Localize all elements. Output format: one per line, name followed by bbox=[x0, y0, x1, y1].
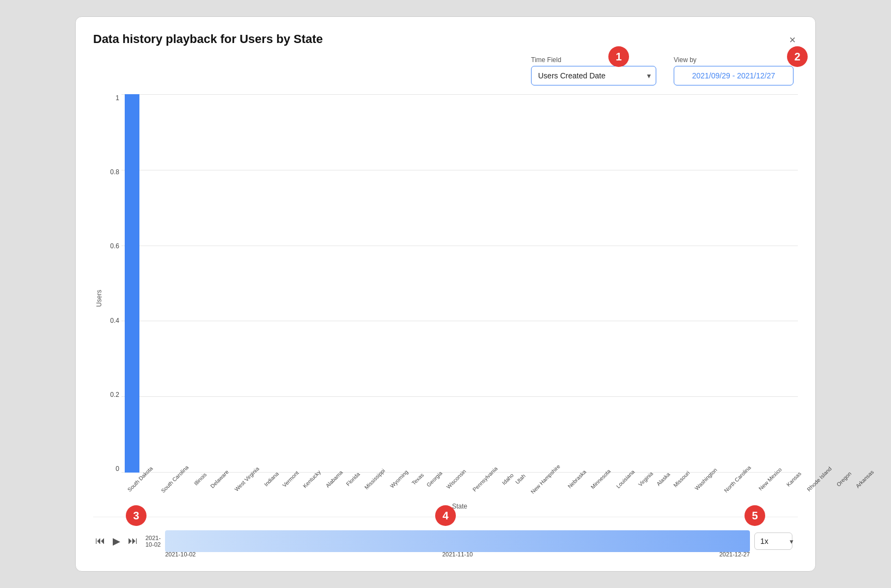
x-tick: Missouri bbox=[669, 475, 689, 483]
time-field-control: Time Field Users Created Date Users Upda… bbox=[531, 56, 656, 85]
time-field-label: Time Field bbox=[531, 56, 562, 64]
bar-col bbox=[333, 94, 354, 473]
bar-col bbox=[375, 94, 396, 473]
badge-5: 5 bbox=[744, 505, 765, 526]
bar-col bbox=[713, 94, 735, 473]
playback-controls: ⏮ ▶ ⏭ 2021- 10-02 bbox=[93, 533, 161, 549]
current-date-label: 2021- 10-02 bbox=[145, 535, 161, 548]
badge-4: 4 bbox=[435, 505, 456, 526]
bar-col bbox=[671, 94, 692, 473]
bar-col bbox=[481, 94, 502, 473]
x-tick: Mississippi bbox=[359, 475, 386, 483]
chart-plot-area: South DakotaSouth CarolinaIllinoisDelawa… bbox=[121, 94, 798, 503]
time-field-select-wrapper[interactable]: Users Created Date Users Updated Date bbox=[531, 66, 656, 85]
x-tick: Idaho bbox=[499, 475, 512, 483]
bar-col bbox=[523, 94, 544, 473]
timeline-date-mid: 2021-11-10 bbox=[442, 551, 473, 558]
y-axis-ticks: 1 0.8 0.6 0.4 0.2 0 bbox=[105, 94, 121, 503]
speed-select-wrapper[interactable]: 1x 2x 4x 0.5x bbox=[754, 532, 798, 550]
time-field-select[interactable]: Users Created Date Users Updated Date bbox=[531, 66, 656, 85]
x-tick: North Carolina bbox=[718, 475, 753, 483]
x-tick: Virginia bbox=[634, 475, 652, 483]
x-tick: Alabama bbox=[321, 475, 343, 483]
bar-col bbox=[735, 94, 756, 473]
x-tick: Rhode Island bbox=[801, 475, 833, 483]
timeline-date-end: 2021-12-27 bbox=[719, 551, 750, 558]
play-button[interactable]: ▶ bbox=[111, 533, 123, 549]
bar-col bbox=[587, 94, 608, 473]
view-by-label: View by bbox=[674, 56, 697, 64]
bar-col bbox=[438, 94, 460, 473]
x-tick: Wyoming bbox=[386, 475, 408, 483]
rewind-start-button[interactable]: ⏮ bbox=[93, 533, 107, 549]
bar-col bbox=[312, 94, 333, 473]
x-axis-labels: South DakotaSouth CarolinaIllinoisDelawa… bbox=[121, 473, 798, 503]
y-axis-label: Users bbox=[95, 290, 103, 307]
bar-col bbox=[650, 94, 671, 473]
modal-container: Data history playback for Users by State… bbox=[75, 16, 816, 572]
x-tick: Georgia bbox=[423, 475, 442, 483]
x-tick: Washington bbox=[689, 475, 718, 483]
bar-col bbox=[755, 94, 777, 473]
x-tick: South Dakota bbox=[121, 475, 155, 483]
x-tick: Kansas bbox=[783, 475, 801, 483]
x-tick: Vermont bbox=[278, 475, 298, 483]
bar bbox=[125, 94, 139, 473]
x-tick: South Carolina bbox=[155, 475, 191, 483]
close-button[interactable]: × bbox=[787, 32, 798, 47]
bar-col bbox=[121, 94, 143, 473]
timeline-track bbox=[165, 530, 750, 552]
x-tick: Delaware bbox=[206, 475, 229, 483]
view-by-control: View by 2021/09/29 - 2021/12/27 bbox=[674, 56, 794, 85]
x-tick: Minnesota bbox=[586, 475, 611, 483]
bar-col bbox=[270, 94, 291, 473]
bar-col bbox=[396, 94, 418, 473]
x-tick: Pennsylvania bbox=[467, 475, 499, 483]
modal-header: Data history playback for Users by State… bbox=[93, 32, 798, 47]
chart-container: Users 1 0.8 0.6 0.4 0.2 0 bbox=[93, 94, 798, 512]
bar-col bbox=[692, 94, 713, 473]
x-tick: New Mexico bbox=[753, 475, 783, 483]
bar-col bbox=[248, 94, 270, 473]
x-tick: Florida bbox=[343, 475, 359, 483]
x-tick: Texas bbox=[408, 475, 423, 483]
x-tick: Arkansas bbox=[851, 475, 874, 483]
playback-area: 3 4 5 ⏮ ▶ ⏭ 2021- 10-02 2021-10-02 2021-… bbox=[93, 517, 798, 560]
bar-col bbox=[777, 94, 798, 473]
x-tick: Oregon bbox=[833, 475, 851, 483]
bar-col bbox=[565, 94, 587, 473]
bar-col bbox=[227, 94, 248, 473]
bar-col bbox=[544, 94, 565, 473]
bar-col bbox=[143, 94, 164, 473]
bar-col bbox=[608, 94, 629, 473]
x-axis-title: State bbox=[121, 503, 798, 512]
x-tick: Nebraska bbox=[563, 475, 587, 483]
bar-col bbox=[206, 94, 227, 473]
x-tick: Louisiana bbox=[612, 475, 635, 483]
badge-2: 2 bbox=[787, 46, 808, 67]
x-tick: West Virginia bbox=[229, 475, 261, 483]
modal-title: Data history playback for Users by State bbox=[93, 32, 323, 46]
bar-col bbox=[354, 94, 375, 473]
badge-3: 3 bbox=[126, 505, 147, 526]
bar-col bbox=[291, 94, 312, 473]
bar-col bbox=[417, 94, 438, 473]
bar-col bbox=[185, 94, 206, 473]
x-tick: Indiana bbox=[260, 475, 278, 483]
x-tick: Illinois bbox=[191, 475, 206, 483]
badge-1: 1 bbox=[608, 46, 629, 67]
bars-container bbox=[121, 94, 798, 473]
speed-select[interactable]: 1x 2x 4x 0.5x bbox=[754, 532, 792, 550]
date-range-button[interactable]: 2021/09/29 - 2021/12/27 bbox=[674, 66, 794, 85]
timeline-dates: 2021-10-02 2021-11-10 2021-12-27 bbox=[165, 551, 750, 558]
timeline-date-start: 2021-10-02 bbox=[165, 551, 196, 558]
fast-forward-button[interactable]: ⏭ bbox=[126, 533, 140, 549]
x-tick: Kentucky bbox=[298, 475, 321, 483]
x-tick: Alaska bbox=[653, 475, 669, 483]
x-tick: Wisconsin bbox=[442, 475, 467, 483]
bar-col bbox=[502, 94, 523, 473]
bar-col bbox=[460, 94, 481, 473]
timeline-wrapper[interactable]: 2021-10-02 2021-11-10 2021-12-27 bbox=[165, 525, 750, 558]
bar-col bbox=[629, 94, 650, 473]
x-tick: New Hampshire bbox=[524, 475, 563, 483]
